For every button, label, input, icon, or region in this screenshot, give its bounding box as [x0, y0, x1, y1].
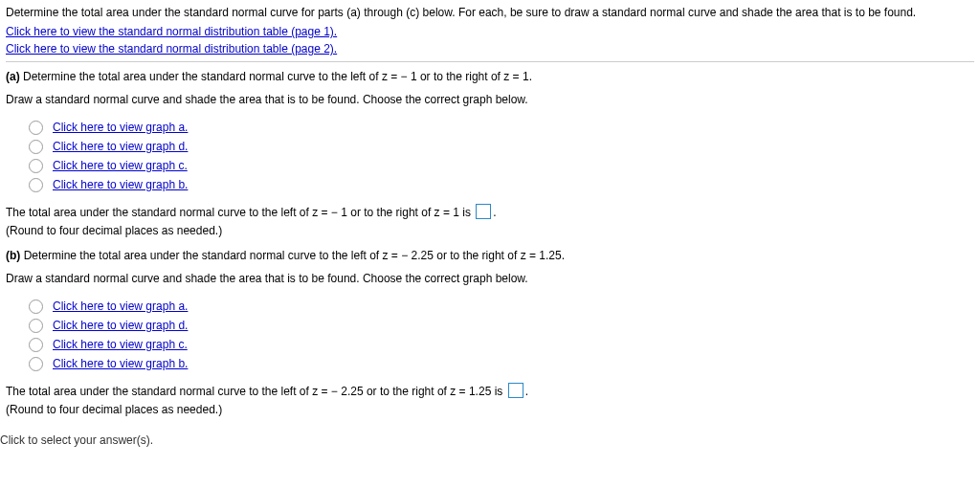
- radio-option: Click here to view graph a.: [29, 118, 974, 137]
- link-table-page1[interactable]: Click here to view the standard normal d…: [6, 25, 337, 38]
- part-a-instruction: Draw a standard normal curve and shade t…: [6, 91, 974, 108]
- radio-option: Click here to view graph d.: [29, 137, 974, 156]
- radio-icon[interactable]: [29, 140, 43, 154]
- part-b-round-note: (Round to four decimal places as needed.…: [6, 401, 974, 418]
- part-b-instruction: Draw a standard normal curve and shade t…: [6, 270, 974, 287]
- option-link[interactable]: Click here to view graph d.: [53, 138, 188, 155]
- radio-option: Click here to view graph a.: [29, 297, 974, 316]
- answer-input[interactable]: [508, 383, 523, 398]
- answer-suffix: .: [525, 385, 528, 398]
- radio-option: Click here to view graph c.: [29, 156, 974, 175]
- radio-option: Click here to view graph d.: [29, 316, 974, 335]
- part-a-heading: (a) Determine the total area under the s…: [6, 68, 974, 85]
- radio-icon[interactable]: [29, 178, 43, 192]
- part-a-round-note: (Round to four decimal places as needed.…: [6, 222, 974, 239]
- part-b-label: (b): [6, 249, 20, 262]
- part-a-text: Determine the total area under the stand…: [20, 70, 532, 83]
- option-link[interactable]: Click here to view graph a.: [53, 119, 188, 136]
- option-link[interactable]: Click here to view graph a.: [53, 298, 188, 315]
- answer-prefix: The total area under the standard normal…: [6, 206, 474, 219]
- radio-option: Click here to view graph b.: [29, 175, 974, 194]
- intro-text: Determine the total area under the stand…: [6, 4, 974, 21]
- part-b-options: Click here to view graph a. Click here t…: [29, 297, 974, 373]
- part-b-answer-line: The total area under the standard normal…: [6, 383, 974, 400]
- radio-option: Click here to view graph b.: [29, 354, 974, 373]
- radio-icon[interactable]: [29, 319, 43, 333]
- option-link[interactable]: Click here to view graph c.: [53, 336, 188, 353]
- part-b-text: Determine the total area under the stand…: [20, 249, 565, 262]
- answer-prefix: The total area under the standard normal…: [6, 385, 506, 398]
- option-link[interactable]: Click here to view graph b.: [53, 176, 188, 193]
- part-b-heading: (b) Determine the total area under the s…: [6, 247, 974, 264]
- answer-suffix: .: [493, 206, 496, 219]
- radio-icon[interactable]: [29, 159, 43, 173]
- divider: [6, 61, 974, 62]
- part-a-label: (a): [6, 70, 20, 83]
- radio-icon[interactable]: [29, 357, 43, 371]
- footer-text: Click to select your answer(s).: [0, 432, 974, 449]
- option-link[interactable]: Click here to view graph d.: [53, 317, 188, 334]
- radio-option: Click here to view graph c.: [29, 335, 974, 354]
- part-a-answer-line: The total area under the standard normal…: [6, 204, 974, 221]
- link-table-page2[interactable]: Click here to view the standard normal d…: [6, 42, 337, 55]
- radio-icon[interactable]: [29, 121, 43, 135]
- radio-icon[interactable]: [29, 299, 43, 314]
- option-link[interactable]: Click here to view graph b.: [53, 355, 188, 372]
- option-link[interactable]: Click here to view graph c.: [53, 157, 188, 174]
- radio-icon[interactable]: [29, 338, 43, 352]
- answer-input[interactable]: [476, 204, 491, 219]
- part-a-options: Click here to view graph a. Click here t…: [29, 118, 974, 194]
